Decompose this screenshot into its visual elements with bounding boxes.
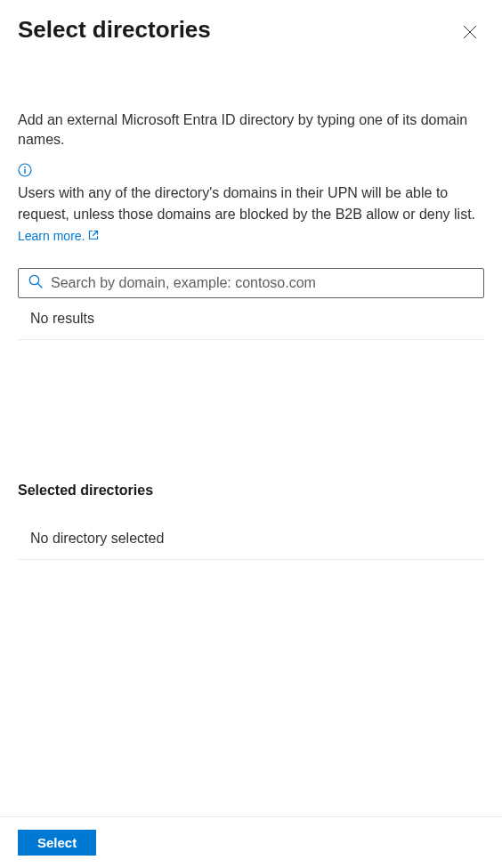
- no-results-row: No results: [18, 298, 484, 340]
- info-icon: [18, 163, 32, 181]
- selected-directories-heading: Selected directories: [18, 483, 484, 499]
- info-block: Users with any of the directory's domain…: [18, 163, 484, 247]
- learn-more-label: Learn more.: [18, 227, 85, 246]
- select-button[interactable]: Select: [18, 830, 96, 856]
- search-input[interactable]: [44, 273, 474, 293]
- info-text: Users with any of the directory's domain…: [18, 183, 484, 247]
- description-text: Add an external Microsoft Entra ID direc…: [18, 110, 484, 150]
- svg-rect-2: [24, 169, 25, 174]
- learn-more-link[interactable]: Learn more.: [18, 227, 99, 246]
- svg-point-1: [24, 166, 26, 168]
- footer-bar: Select: [0, 816, 502, 868]
- search-field-wrapper[interactable]: [18, 268, 484, 298]
- info-message: Users with any of the directory's domain…: [18, 185, 475, 222]
- no-directory-selected-row: No directory selected: [18, 518, 484, 560]
- external-link-icon: [88, 227, 99, 246]
- close-icon: [463, 27, 477, 42]
- search-icon: [28, 273, 44, 293]
- close-button[interactable]: [457, 20, 482, 48]
- panel-title: Select directories: [18, 16, 211, 44]
